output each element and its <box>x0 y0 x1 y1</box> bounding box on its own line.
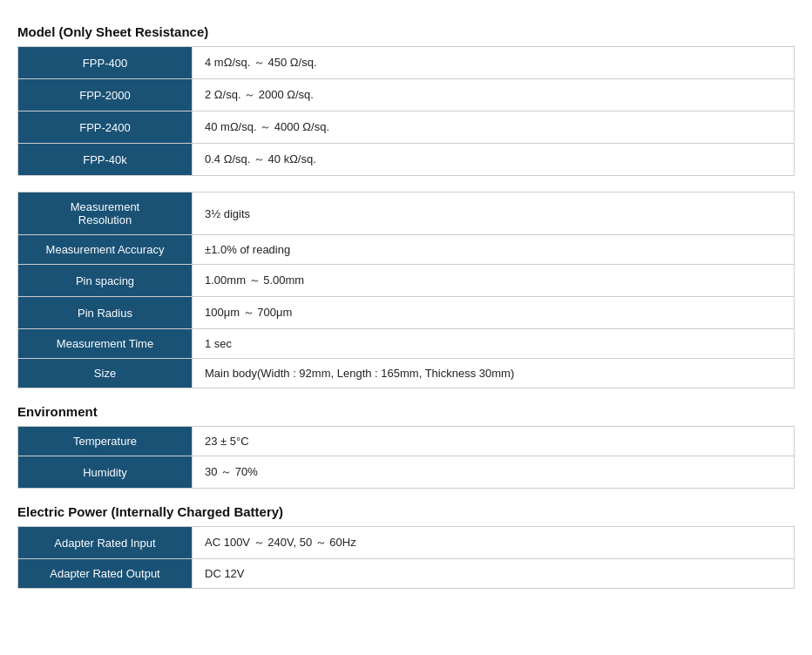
row-label: Adapter Rated Output <box>18 559 193 589</box>
row-value: 100μm ～ 700μm <box>193 297 795 329</box>
row-value: 4 mΩ/sq. ～ 450 Ω/sq. <box>193 47 795 79</box>
row-label: Measurement Accuracy <box>18 235 193 265</box>
row-value: Main body(Width : 92mm, Length : 165mm, … <box>193 359 795 388</box>
row-value: 30 ～ 70% <box>193 456 795 489</box>
row-label: Size <box>18 359 193 388</box>
row-label: Humidity <box>18 456 193 489</box>
row-label: FPP-2000 <box>18 79 193 111</box>
row-label: Pin Radius <box>18 297 193 329</box>
row-value: ±1.0% of reading <box>193 235 795 265</box>
environment-table: Temperature23 ± 5°CHumidity30 ～ 70% <box>17 426 795 489</box>
power-section-title: Electric Power (Internally Charged Batte… <box>17 504 795 519</box>
specs-table: Measurement Resolution3½ digitsMeasureme… <box>17 192 795 388</box>
table-row: Temperature23 ± 5°C <box>18 427 795 456</box>
table-row: Humidity30 ～ 70% <box>18 456 795 489</box>
table-row: Adapter Rated OutputDC 12V <box>18 559 795 589</box>
table-row: FPP-4004 mΩ/sq. ～ 450 Ω/sq. <box>18 47 795 79</box>
table-row: Measurement Resolution3½ digits <box>18 192 795 235</box>
row-label: FPP-40k <box>18 144 193 176</box>
environment-section-title: Environment <box>17 404 795 419</box>
table-row: Measurement Accuracy±1.0% of reading <box>18 235 795 265</box>
row-label: Temperature <box>18 427 193 456</box>
table-row: SizeMain body(Width : 92mm, Length : 165… <box>18 359 795 388</box>
row-label: Measurement Time <box>18 329 193 359</box>
table-row: Pin Radius100μm ～ 700μm <box>18 297 795 329</box>
row-label: Adapter Rated Input <box>18 527 193 559</box>
table-row: Measurement Time1 sec <box>18 329 795 359</box>
row-value: 1.00mm ～ 5.00mm <box>193 265 795 297</box>
table-row: Pin spacing1.00mm ～ 5.00mm <box>18 265 795 297</box>
row-label: FPP-2400 <box>18 111 193 144</box>
row-label: Measurement Resolution <box>18 192 193 235</box>
row-value: 2 Ω/sq. ～ 2000 Ω/sq. <box>193 79 795 111</box>
row-value: 0.4 Ω/sq. ～ 40 kΩ/sq. <box>193 144 795 176</box>
row-value: 3½ digits <box>193 192 795 235</box>
row-value: 23 ± 5°C <box>193 427 795 456</box>
power-table: Adapter Rated InputAC 100V ～ 240V, 50 ～ … <box>17 526 795 589</box>
table-row: Adapter Rated InputAC 100V ～ 240V, 50 ～ … <box>18 527 795 559</box>
table-row: FPP-240040 mΩ/sq. ～ 4000 Ω/sq. <box>18 111 795 144</box>
row-label: Pin spacing <box>18 265 193 297</box>
row-value: 40 mΩ/sq. ～ 4000 Ω/sq. <box>193 111 795 144</box>
row-value: DC 12V <box>193 559 795 589</box>
row-label: FPP-400 <box>18 47 193 79</box>
row-value: 1 sec <box>193 329 795 359</box>
table-row: FPP-40k0.4 Ω/sq. ～ 40 kΩ/sq. <box>18 144 795 176</box>
row-value: AC 100V ～ 240V, 50 ～ 60Hz <box>193 527 795 559</box>
model-section-title: Model (Only Sheet Resistance) <box>17 24 795 39</box>
table-row: FPP-20002 Ω/sq. ～ 2000 Ω/sq. <box>18 79 795 111</box>
model-table: FPP-4004 mΩ/sq. ～ 450 Ω/sq.FPP-20002 Ω/s… <box>17 46 795 176</box>
